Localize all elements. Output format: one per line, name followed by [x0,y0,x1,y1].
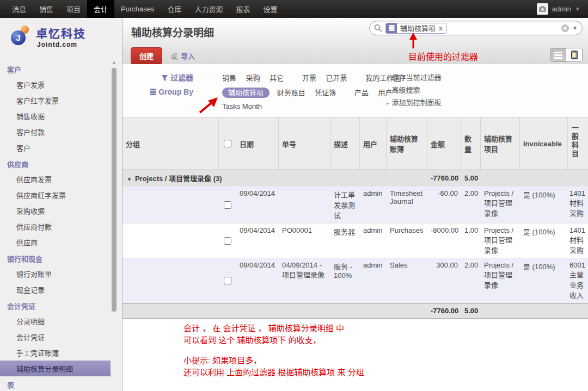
company-name: 卓忆科技 [36,24,122,41]
col-header-quantity[interactable]: 数量 [461,117,481,170]
sidebar-item-manual-journals[interactable]: 手工凭证账簿 [0,345,111,361]
group-amount: -7760.00 [427,174,461,182]
filter-other[interactable]: 其它 [270,74,284,82]
cell-amount: 300.00 [427,258,461,272]
groupby-analytic-account-pill[interactable]: 辅助核算项 [222,88,270,98]
cell-analytic-account: Projects / 项目管理录像 [481,187,520,221]
filter-to-invoice[interactable]: 开票 [302,74,316,82]
group-row[interactable]: ▼Projects / 项目管理录像 (3) -7760.00 5.00 [122,170,588,186]
note-line: 小提示: 如果项目多， [183,355,364,367]
advanced-search-link[interactable]: ▸高级搜索 [387,84,442,97]
select-all-checkbox[interactable] [224,140,231,147]
menu-item-settings[interactable]: 设置 [257,0,284,18]
list-view-button[interactable] [550,48,566,61]
cell-analytic-account: Projects / 项目管理录像 [481,224,520,258]
table-row[interactable]: 09/04/2014 PO00001 服务器 admin Purchases -… [122,223,588,258]
cell-ref [279,187,330,192]
cell-analytic-journal: Sales [387,258,427,272]
sidebar-item-cash-registers[interactable]: 现金记录 [0,282,111,297]
cell-description: 服务器 [330,224,360,239]
logo-blue-ball: J [11,30,26,45]
search-dropdown-caret-icon[interactable]: ▼ [572,25,578,31]
filter-purchases[interactable]: 采购 [246,74,260,82]
col-header-invoiceable[interactable]: Invoiceable [520,117,568,170]
sidebar-item-journal-entries[interactable]: 会计凭证 [0,329,111,345]
sidebar-item-customer-invoices[interactable]: 客户发票 [0,77,111,92]
groupby-journal[interactable]: 凭证簿 [315,89,336,97]
groupby-options-row: 辅助核算项 财务账目 凭证簿 产品 用户 [222,87,400,97]
col-header-description[interactable]: 描述 [330,117,360,170]
user-menu[interactable]: admin ▼ [537,0,588,18]
search-facet[interactable]: 辅助核算项 x [385,23,446,34]
cell-general-account: 1401 材料采购 [568,187,588,221]
group-row-label[interactable]: ▼Projects / 项目管理录像 (3) [122,173,427,183]
sidebar-item-supplier-invoices[interactable]: 供应商发票 [0,171,111,187]
filter-options-row: 销售 采购 其它 开票 已开票 我的工作区 [222,72,408,83]
sidebar-scrollbar[interactable]: ▲ [111,59,118,391]
scrollbar-up-arrow-icon[interactable]: ▲ [111,59,118,66]
col-header-user[interactable]: 用户 [360,117,387,170]
cell-amount: -60.00 [427,187,461,200]
col-header-analytic-account[interactable]: 辅助核算项目 [481,117,520,170]
sidebar-item-purchase-receipts[interactable]: 采购收据 [0,203,111,219]
note-line: 会计 ， 在 会计凭证 ， 辅助核算分录明细 中 [183,322,364,334]
camera-icon [539,6,546,12]
sidebar-item-supplier-payments[interactable]: 供应商付款 [0,219,111,234]
scrollbar-thumb[interactable] [112,68,117,312]
col-header-ref[interactable]: 单号 [279,117,330,170]
sidebar-item-bank-statements[interactable]: 银行对账单 [0,266,111,282]
groupby-product[interactable]: 产品 [354,89,369,97]
cell-user: admin [360,224,387,237]
sidebar-item-journal-items[interactable]: 分录明细 [0,313,111,329]
col-header-amount[interactable]: 金额 [427,117,461,170]
menu-item-warehouse[interactable]: 仓库 [161,0,188,18]
groupby-tasks-month[interactable]: Tasks Month [222,102,262,110]
import-link[interactable]: 导入 [181,52,195,60]
facet-remove-button[interactable]: x [439,24,446,32]
link-arrow-icon: ▸ [387,101,389,106]
menu-item-hr[interactable]: 人力资源 [188,0,230,18]
filter-sales[interactable]: 销售 [222,74,236,82]
save-current-filter-link[interactable]: ▸保存当前过滤器 [387,72,442,84]
groupby-financial-account[interactable]: 财务账目 [277,89,305,97]
sidebar-item-customer-refunds[interactable]: 客户红字发票 [0,92,111,108]
menu-item-purchases[interactable]: Purchases [114,0,161,18]
or-label: 或 [170,52,177,60]
main-content: 辅助核算分录明细 辅助核算项 x ▼ 目前使用的过滤器 创建 [122,18,588,391]
search-icon [374,24,382,32]
menu-item-reporting[interactable]: 报表 [230,0,257,18]
group-expand-icon[interactable]: ▼ [127,177,132,182]
table-row[interactable]: 09/04/2014 计工单发票测试 admin Timesheet Journ… [122,186,588,223]
search-clear-icon[interactable] [561,24,569,32]
row-checkbox[interactable] [224,277,231,284]
cell-date: 09/04/2014 [236,224,279,237]
col-header-analytic-journal[interactable]: 辅助核算账薄 [387,117,427,170]
groupby-facet-icon [386,23,397,34]
menu-item-project[interactable]: 项目 [60,0,87,18]
sidebar-item-sales-receipts[interactable]: 销售收据 [0,108,111,124]
sidebar-item-analytic-entries[interactable]: 辅助核算分录明细 [0,361,111,376]
form-view-button[interactable] [566,48,582,61]
table-row[interactable]: 09/04/2014 04/09/2014 - 项目管理录像 服务 - 100%… [122,258,588,303]
col-header-date[interactable]: 日期 [236,117,279,170]
menu-item-accounting[interactable]: 会计 [87,0,114,18]
sidebar-item-supplier-refunds[interactable]: 供应商红字发票 [0,187,111,203]
sidebar-item-suppliers[interactable]: 供应商 [0,234,111,250]
sidebar-item-customers[interactable]: 客户 [0,140,111,156]
menu-item-sales[interactable]: 销售 [33,0,60,18]
filters-label: 过滤器 [122,72,193,83]
filter-invoiced[interactable]: 已开票 [326,74,347,82]
row-checkbox[interactable] [224,237,231,245]
cell-ref: PO00001 [279,224,330,237]
col-header-group[interactable]: 分组 [122,117,219,170]
sidebar-section-charts: 表 [0,376,111,391]
cell-invoiceable: 是 (100%) [520,258,568,274]
menu-item-messaging[interactable]: 消息 [5,0,33,18]
row-checkbox[interactable] [224,201,231,209]
search-box[interactable]: 辅助核算项 x ▼ [369,21,583,35]
create-button[interactable]: 创建 [131,47,162,64]
col-header-general-account[interactable]: 一般科目 [568,117,588,170]
add-to-dashboard-link[interactable]: ▸添加到控制面板 [387,97,442,109]
cell-invoiceable: 是 (100%) [520,187,568,202]
sidebar-item-customer-payments[interactable]: 客户付款 [0,124,111,140]
